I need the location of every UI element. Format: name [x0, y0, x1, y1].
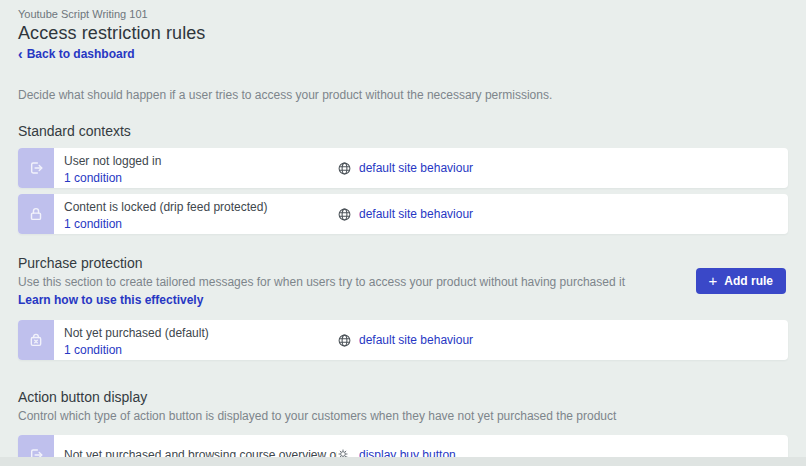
rule-title: Not yet purchased (default) [64, 326, 327, 340]
purchase-protection-description: Use this section to create tailored mess… [18, 275, 788, 290]
lock-icon [18, 194, 54, 234]
access-restriction-page: Youtube Script Writing 101 Access restri… [0, 0, 806, 466]
add-rule-button[interactable]: + Add rule [696, 268, 786, 294]
rule-card-content-locked: Content is locked (drip feed protected) … [18, 194, 788, 234]
chevron-left-icon: ‹ [18, 48, 23, 60]
bottom-strip [0, 457, 806, 466]
globe-icon [337, 333, 352, 348]
rule-title: Content is locked (drip feed protected) [64, 200, 327, 214]
purchase-protection-header: Purchase protection Use this section to … [18, 255, 788, 308]
back-to-dashboard-link[interactable]: ‹ Back to dashboard [18, 47, 135, 61]
learn-how-link[interactable]: Learn how to use this effectively [18, 293, 203, 308]
globe-icon [337, 207, 352, 222]
page-title: Access restriction rules [18, 23, 788, 44]
rule-conditions-link[interactable]: 1 condition [64, 343, 122, 357]
plus-icon: + [709, 274, 718, 288]
page-description: Decide what should happen if a user trie… [18, 88, 788, 102]
section-title-standard-contexts: Standard contexts [18, 123, 788, 140]
breadcrumb-product-name: Youtube Script Writing 101 [18, 8, 788, 21]
behaviour-link[interactable]: default site behaviour [359, 207, 473, 221]
section-title-action-button-display: Action button display [18, 389, 788, 406]
behaviour-link[interactable]: default site behaviour [359, 333, 473, 347]
rule-conditions-link[interactable]: 1 condition [64, 217, 122, 231]
globe-icon [337, 161, 352, 176]
rule-card-user-not-logged-in: User not logged in 1 condition default s… [18, 148, 788, 188]
back-link-label: Back to dashboard [27, 47, 135, 61]
logout-icon [18, 148, 54, 188]
rule-title: User not logged in [64, 154, 327, 168]
add-rule-label: Add rule [724, 274, 773, 288]
section-title-purchase-protection: Purchase protection [18, 255, 788, 272]
standard-contexts-cards: User not logged in 1 condition default s… [18, 148, 788, 234]
rule-card-not-yet-purchased: Not yet purchased (default) 1 condition … [18, 320, 788, 360]
behaviour-link[interactable]: default site behaviour [359, 161, 473, 175]
action-button-description: Control which type of action button is d… [18, 409, 788, 424]
locked-bag-icon [18, 320, 54, 360]
rule-conditions-link[interactable]: 1 condition [64, 171, 122, 185]
purchase-protection-cards: Not yet purchased (default) 1 condition … [18, 320, 788, 360]
